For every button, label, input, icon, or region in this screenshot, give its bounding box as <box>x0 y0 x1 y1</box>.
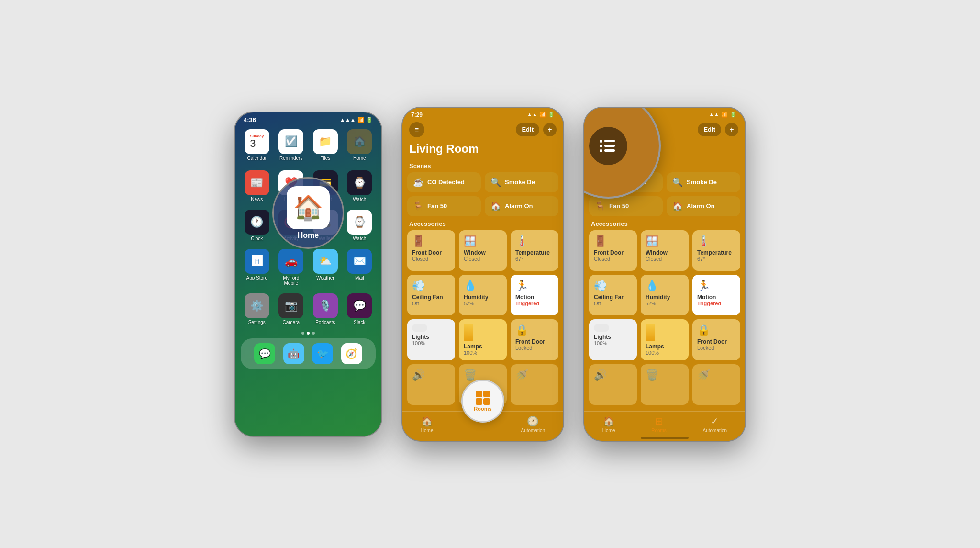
acc-lights-3[interactable]: Lights 100% <box>589 319 637 360</box>
acc-front-door-lock[interactable]: 🔒 Front Door Locked <box>511 319 558 360</box>
app-weather[interactable]: ⛅ Weather <box>310 249 341 286</box>
acc-lamps[interactable]: Lamps 100% <box>459 319 507 360</box>
acc-extra1-3[interactable]: 🔊 <box>589 364 637 405</box>
humidity-name: Humidity <box>464 294 502 301</box>
mail-icon: ✉️ <box>347 249 372 274</box>
battery-2: 🔋 <box>548 112 555 118</box>
app-camera[interactable]: 📷 Camera <box>276 293 307 325</box>
edit-button-2[interactable]: Edit <box>516 123 539 136</box>
scene-fan-3[interactable]: 🪑 Fan 50 <box>589 196 663 216</box>
scene-alarm-3[interactable]: 🏠 Alarm On <box>667 196 740 216</box>
svg-rect-4 <box>604 140 615 142</box>
app-files[interactable]: 📁 Files <box>310 129 341 161</box>
rooms-circle-label: Rooms <box>474 406 491 412</box>
acc-ceiling-fan-3[interactable]: 💨 Ceiling Fan Off <box>589 275 637 315</box>
app-appstore[interactable]: 🅰 App Store <box>242 249 272 286</box>
app-calendar[interactable]: Sunday 3 Calendar <box>242 129 272 161</box>
lamps-icon <box>464 324 473 341</box>
window-name: Window <box>464 249 502 256</box>
acc-extra-1[interactable]: 🔊 <box>407 364 455 405</box>
plus-button-2[interactable]: + <box>543 123 557 136</box>
acc-motion[interactable]: 🏃 Motion Triggered <box>511 275 558 315</box>
app-watch2[interactable]: ⌚ Watch <box>345 210 375 241</box>
front-door-name: Front Door <box>412 249 450 256</box>
acc-lights[interactable]: Lights 100% <box>407 319 455 360</box>
acc-humidity-3[interactable]: 💧 Humidity 52% <box>641 275 689 315</box>
battery-icon: 🔋 <box>366 117 373 123</box>
app-watch[interactable]: ⌚ Watch <box>345 170 375 202</box>
appstore-label: App Store <box>246 275 267 280</box>
acc-extra3-3[interactable]: 🚿 <box>692 364 740 405</box>
acc-lock-3[interactable]: 🔒 Front Door Locked <box>692 319 740 360</box>
accessories-label-3: Accessories <box>591 220 738 227</box>
humidity-name-3: Humidity <box>646 294 684 301</box>
myford-icon: 🚗 <box>278 249 303 274</box>
acc-ceiling-fan[interactable]: 💨 Ceiling Fan Off <box>407 275 455 315</box>
extra1-icon: 🔊 <box>412 369 450 381</box>
acc-window-3[interactable]: 🪟 Window Closed <box>641 230 689 271</box>
scene-co-detected[interactable]: ☕ CO Detected <box>407 172 481 192</box>
acc-extra-3[interactable]: 🚿 <box>511 364 558 405</box>
scene-smoke-3[interactable]: 🔍 Smoke De <box>667 172 740 192</box>
nav-home-3[interactable]: 🏠 Home <box>602 415 615 433</box>
front-door-status: Closed <box>412 256 450 262</box>
nav-home-2[interactable]: 🏠 Home <box>421 415 434 433</box>
clock-icon: 🕐 <box>245 210 269 235</box>
scene-fan[interactable]: 🪑 Fan 50 <box>407 196 481 216</box>
ceiling-fan-status: Off <box>412 301 450 306</box>
acc-front-door-3[interactable]: 🚪 Front Door Closed <box>589 230 637 271</box>
nav-automation-2[interactable]: 🕐 Automation <box>521 415 546 433</box>
accessories-row3: Lights 100% Lamps 100% 🔒 Front Door Lock… <box>407 319 558 360</box>
temp-icon: 🌡️ <box>515 235 554 247</box>
scene-alarm[interactable]: 🏠 Alarm On <box>485 196 558 216</box>
acc-temp-3[interactable]: 🌡️ Temperature 67° <box>692 230 740 271</box>
acc-motion-3[interactable]: 🏃 Motion Triggered <box>692 275 740 315</box>
acc-lamps-3[interactable]: Lamps 100% <box>641 319 689 360</box>
edit-button-3[interactable]: Edit <box>698 123 721 136</box>
dock-tweetbot[interactable]: 🐦 <box>312 343 333 364</box>
podcasts-label: Podcasts <box>315 320 335 325</box>
slack-label: Slack <box>354 320 365 325</box>
mail-label: Mail <box>355 275 364 280</box>
co-icon: ☕ <box>413 177 423 188</box>
dock-robot[interactable]: 🤖 <box>283 343 304 364</box>
dock-safari[interactable]: 🧭 <box>341 343 362 364</box>
news-label: News <box>251 197 263 202</box>
plus-button-3[interactable]: + <box>725 123 738 136</box>
scene-smoke[interactable]: 🔍 Smoke De <box>485 172 558 192</box>
app-settings[interactable]: ⚙️ Settings <box>242 293 272 325</box>
nav-rooms-3[interactable]: ⊞ Rooms <box>651 415 667 433</box>
dock-messages[interactable]: 💬 <box>254 343 275 364</box>
rooms-circle[interactable]: Rooms <box>461 380 504 423</box>
acc-front-door[interactable]: 🚪 Front Door Closed <box>407 230 455 271</box>
motion-icon-3: 🏃 <box>697 280 735 292</box>
app-mail[interactable]: ✉️ Mail <box>345 249 375 286</box>
menu-button-2[interactable]: ≡ <box>409 122 424 137</box>
lock-status-3: Locked <box>697 345 735 351</box>
acc-temperature[interactable]: 🌡️ Temperature 67° <box>511 230 558 271</box>
calendar-label: Calendar <box>247 156 267 161</box>
home-indicator-3 <box>641 437 689 439</box>
clock-label: Clock <box>251 236 263 241</box>
menu-icon-2: ≡ <box>415 125 419 134</box>
app-myford[interactable]: 🚗 MyFord Mobile <box>276 249 307 286</box>
app-home[interactable]: 🏠 Home <box>345 129 375 161</box>
smoke-label-3: Smoke De <box>687 179 717 186</box>
messages-icon: 💬 <box>254 343 275 364</box>
app-slack[interactable]: 💬 Slack <box>345 293 375 325</box>
app-podcasts[interactable]: 🎙️ Podcasts <box>310 293 341 325</box>
acc-window[interactable]: 🪟 Window Closed <box>459 230 507 271</box>
wifi-2: 📶 <box>539 112 546 118</box>
acc-humidity[interactable]: 💧 Humidity 52% <box>459 275 507 315</box>
app-clock[interactable]: 🕐 Clock <box>242 210 272 241</box>
status-icons-2: ▲▲ 📶 🔋 <box>527 112 555 118</box>
app-news[interactable]: 📰 News <box>242 170 272 202</box>
app-reminders[interactable]: ☑️ Reminders <box>276 129 307 161</box>
smoke-icon: 🔍 <box>490 177 501 188</box>
nav-auto-icon-2: 🕐 <box>527 415 539 427</box>
acc-extra2-3[interactable]: 🗑️ <box>641 364 689 405</box>
nav-auto-3[interactable]: ✓ Automation <box>703 415 727 433</box>
scenes-label-2: Scenes <box>409 162 557 169</box>
rooms-squares-icon <box>476 391 490 405</box>
nav-auto-icon-3: ✓ <box>711 415 719 427</box>
